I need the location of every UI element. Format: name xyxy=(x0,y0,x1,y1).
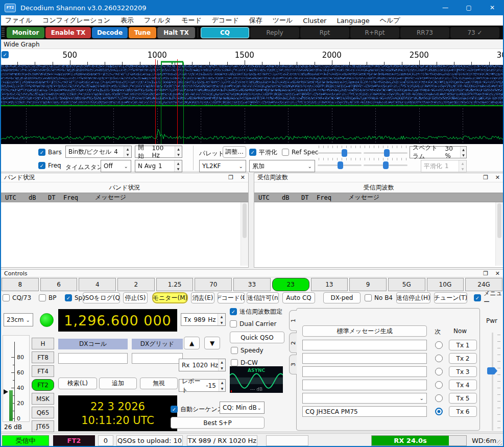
halt-tx-button[interactable]: Halt TX xyxy=(157,27,195,38)
monitor-toggle-button[interactable]: モニター(M) xyxy=(152,292,188,303)
auto-cq-button[interactable]: Auto CQ xyxy=(282,292,315,303)
spinner-arrows[interactable]: ▲▼ xyxy=(219,380,225,391)
maximize-icon[interactable]: ▢ xyxy=(457,0,481,15)
tx4-next-radio[interactable] xyxy=(435,381,443,389)
tune-toggle-button[interactable]: チューン(T) xyxy=(434,292,467,303)
zero-slider-2[interactable] xyxy=(364,157,407,169)
tx3-now-button[interactable]: Tx 3 xyxy=(449,366,477,377)
tx6-message-field[interactable]: CQ JH3ECA PM75 xyxy=(302,406,427,417)
freq-down-icon[interactable]: ▼ xyxy=(204,337,220,349)
menu-tools[interactable]: ツール xyxy=(268,15,298,26)
mode-jt65-button[interactable]: JT65 xyxy=(32,420,54,432)
float-icon[interactable]: ❐ xyxy=(228,174,233,181)
scrollbar-thumb[interactable] xyxy=(243,203,247,238)
band-8[interactable]: 8 xyxy=(2,278,39,291)
spinner-arrows[interactable]: ▲▼ xyxy=(460,147,466,158)
tx1-message-field[interactable] xyxy=(302,340,427,350)
controls-titlebar[interactable]: Controls ❐✕ xyxy=(1,270,503,277)
band-2[interactable]: 2 xyxy=(117,278,155,291)
ref-spec-checkbox[interactable]: Ref Spec xyxy=(282,148,318,156)
close-icon[interactable]: ✕ xyxy=(241,174,245,181)
close-icon[interactable]: ✕ xyxy=(481,0,504,15)
monitor-button[interactable]: Monitor xyxy=(7,27,44,38)
hold-tx-freq-checkbox[interactable]: 送信周波数固定 xyxy=(230,308,282,316)
tx3-next-radio[interactable] xyxy=(435,368,443,375)
scrollbar[interactable] xyxy=(241,202,248,266)
dcw-checkbox[interactable]: D-CW xyxy=(231,359,258,367)
r-rpt-button[interactable]: R+Rpt xyxy=(350,27,399,38)
dx-call-input[interactable] xyxy=(58,353,128,364)
tx2-now-button[interactable]: Tx 2 xyxy=(449,353,477,364)
cq-mode-combo[interactable]: CQ: Min dB ⌄ xyxy=(220,402,265,414)
tx4-message-field[interactable] xyxy=(302,380,427,390)
add-button[interactable]: 追加 xyxy=(99,378,137,389)
tx5-message-combo[interactable]: ⌄ xyxy=(302,393,427,404)
tune-button[interactable]: Tune xyxy=(129,27,156,38)
band-5g[interactable]: 5G xyxy=(388,278,425,291)
erase-button[interactable]: 消去(E) xyxy=(191,292,214,303)
reply-button[interactable]: Reply xyxy=(250,27,299,38)
float-icon[interactable]: ❐ xyxy=(483,270,488,277)
scrollbar-thumb[interactable] xyxy=(497,203,501,238)
tab-1[interactable]: 1 xyxy=(289,310,297,331)
tx4-now-button[interactable]: Tx 4 xyxy=(449,380,477,390)
spinner-arrows[interactable]: ▲▼ xyxy=(124,146,131,157)
menu-help[interactable]: ヘルプ xyxy=(375,15,405,26)
tx2-next-radio[interactable] xyxy=(435,355,443,362)
band-10g[interactable]: 10G xyxy=(427,278,464,291)
palette-combo[interactable]: YL2KF ⌄ xyxy=(199,160,246,172)
stop-button[interactable]: 停止(S) xyxy=(123,292,148,303)
band-6[interactable]: 6 xyxy=(40,278,78,291)
slider-track[interactable] xyxy=(318,152,362,154)
freq-checkbox[interactable]: Freq xyxy=(38,161,61,170)
gain-slider-2[interactable] xyxy=(364,145,407,156)
band-13[interactable]: 13 xyxy=(311,278,348,291)
band-activity-titlebar[interactable]: バンド状況 ❐✕ xyxy=(1,173,248,182)
band-23-active[interactable]: 23 xyxy=(272,278,309,291)
rx-frequency-titlebar[interactable]: 受信周波数 ❐✕ xyxy=(254,173,503,182)
tx3-message-field[interactable] xyxy=(302,366,427,377)
enable-tx-button[interactable]: Enable TX xyxy=(45,27,91,38)
timestamp-combo[interactable]: Off ⌄ xyxy=(101,160,131,172)
slider-track[interactable] xyxy=(492,333,493,431)
toolbar-grip-icon[interactable] xyxy=(2,28,5,38)
dual-carrier-checkbox[interactable]: Dual Carrier xyxy=(230,320,276,328)
tx-freq-spinner[interactable]: Tx 989 Hz ▲▼ xyxy=(181,313,226,326)
band-4[interactable]: 4 xyxy=(79,278,116,291)
accumulate-combo[interactable]: 累加 ⌄ xyxy=(249,160,315,172)
waterfall-canvas[interactable] xyxy=(0,49,504,144)
spinner-arrows[interactable]: ▲▼ xyxy=(174,160,182,172)
enable-tx-toggle-button[interactable]: 送信許可(n xyxy=(247,292,279,303)
smooth-checkbox[interactable]: 平滑化 xyxy=(249,148,277,156)
minimize-icon[interactable]: — xyxy=(434,0,457,15)
tx5-next-radio[interactable] xyxy=(435,394,443,402)
menu-file[interactable]: ファイル xyxy=(0,15,37,26)
quick-qso-button[interactable]: Quick QSO xyxy=(230,332,284,343)
generate-messages-button[interactable]: 標準メッセージ生成 xyxy=(302,325,427,337)
tx1-now-button[interactable]: Tx 1 xyxy=(449,340,477,350)
zero-slider-1[interactable] xyxy=(318,157,362,169)
ignore-button[interactable]: 無視 xyxy=(140,378,178,389)
rx-freq-spinner[interactable]: Rx 1020 Hz ▲▼ xyxy=(179,359,226,371)
cq73-checkbox[interactable]: CQ/73 xyxy=(3,294,31,302)
decode-button[interactable]: Decode xyxy=(92,27,128,38)
dx-grid-input[interactable] xyxy=(132,353,183,364)
rr73-button[interactable]: RR73 xyxy=(400,27,449,38)
mode-ft4-button[interactable]: FT4 xyxy=(32,365,54,377)
rx-frequency-list[interactable] xyxy=(254,202,503,266)
bins-per-pixel-spinner[interactable]: Bin数/ピクセル 4 ▲▼ xyxy=(65,146,132,158)
menu-checkbox[interactable]: メニュー xyxy=(474,294,503,302)
close-icon[interactable]: ✕ xyxy=(495,174,500,181)
palette-adjust-button[interactable]: 調整... xyxy=(223,146,246,158)
spinner-arrows[interactable]: ▲▼ xyxy=(175,146,182,157)
no-b4-checkbox[interactable]: No B4 xyxy=(365,294,393,302)
slider-handle[interactable] xyxy=(338,161,343,169)
band-activity-list[interactable] xyxy=(1,202,248,266)
speedy-checkbox[interactable]: Speedy xyxy=(231,346,263,355)
wide-graph-titlebar[interactable]: Wide Graph xyxy=(0,39,504,49)
waterfall-checkbox[interactable] xyxy=(2,51,9,59)
tx5-now-button[interactable]: Tx 5 xyxy=(449,393,477,404)
bp-checkbox[interactable]: BP xyxy=(39,294,56,302)
tx6-next-radio[interactable] xyxy=(435,408,443,415)
tx6-now-button[interactable]: Tx 6 xyxy=(449,406,477,417)
